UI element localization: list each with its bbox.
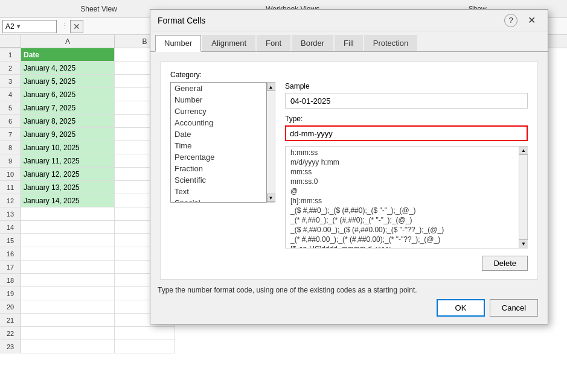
dialog-title: Format Cells bbox=[158, 16, 504, 25]
list-item[interactable]: _(* #,##0_);_(* (#,##0);_(* "-"_);_(@_) bbox=[286, 215, 519, 225]
category-item[interactable]: Currency bbox=[171, 106, 266, 117]
sample-value: 04-01-2025 bbox=[290, 96, 331, 106]
category-scrollbar: ▲ ▼ bbox=[267, 82, 275, 203]
category-item[interactable]: Fraction bbox=[171, 163, 266, 174]
category-item[interactable]: Accounting bbox=[171, 117, 266, 128]
dialog-close-button[interactable]: ✕ bbox=[522, 13, 540, 28]
format-scroll-down-icon[interactable]: ▼ bbox=[519, 239, 528, 248]
content-panels: GeneralNumberCurrencyAccountingDateTimeP… bbox=[170, 82, 528, 271]
dialog-help-button[interactable]: ? bbox=[504, 14, 517, 27]
sample-label: Sample bbox=[285, 82, 528, 90]
list-item[interactable]: @ bbox=[286, 186, 519, 196]
category-item[interactable]: General bbox=[171, 83, 266, 94]
tab-number[interactable]: Number bbox=[155, 35, 201, 52]
sample-box: 04-01-2025 bbox=[285, 93, 528, 109]
delete-button[interactable]: Delete bbox=[482, 256, 528, 271]
tab-font[interactable]: Font bbox=[257, 35, 290, 51]
tab-bar: NumberAlignmentFontBorderFillProtection bbox=[150, 31, 548, 52]
format-scrollbar: ▲ ▼ bbox=[519, 146, 528, 248]
format-description-text: Type the number format code, using one o… bbox=[158, 286, 417, 294]
category-scroll-up[interactable]: ▲ bbox=[267, 83, 275, 91]
list-item[interactable]: _($ #,##0.00_);_($ (#,##0.00);_($ "-"??_… bbox=[286, 225, 519, 235]
dialog-titlebar: Format Cells ? ✕ bbox=[150, 10, 548, 31]
tab-alignment[interactable]: Alignment bbox=[202, 35, 255, 51]
format-list-container[interactable]: h:mm:ssm/d/yyyy h:mmmm:ssmm:ss.0@[h]:mm:… bbox=[285, 146, 519, 248]
type-input-container bbox=[285, 125, 528, 141]
list-item[interactable]: mm:ss.0 bbox=[286, 177, 519, 186]
format-description: Type the number format code, using one o… bbox=[155, 286, 543, 294]
category-list[interactable]: GeneralNumberCurrencyAccountingDateTimeP… bbox=[170, 82, 267, 203]
format-list: h:mm:ssm/d/yyyy h:mmmm:ssmm:ss.0@[h]:mm:… bbox=[286, 147, 519, 248]
list-item[interactable]: [$-en-US]dddd, mmmm d, yyyy bbox=[286, 244, 519, 248]
category-item[interactable]: Percentage bbox=[171, 151, 266, 163]
category-scroll-down[interactable]: ▼ bbox=[267, 194, 275, 202]
ok-button[interactable]: OK bbox=[437, 299, 485, 317]
list-item[interactable]: _(* #,##0.00_);_(* (#,##0.00);_(* "-"??_… bbox=[286, 235, 519, 244]
cancel-button[interactable]: Cancel bbox=[490, 299, 538, 317]
list-item[interactable]: [h]:mm:ss bbox=[286, 196, 519, 206]
category-item[interactable]: Scientific bbox=[171, 174, 266, 186]
category-item[interactable]: Date bbox=[171, 128, 266, 140]
type-input[interactable] bbox=[285, 125, 528, 141]
category-item[interactable]: Number bbox=[171, 94, 266, 106]
tab-protection[interactable]: Protection bbox=[364, 35, 418, 51]
tab-border[interactable]: Border bbox=[292, 35, 333, 51]
format-scroll-up-icon[interactable]: ▲ bbox=[519, 147, 528, 155]
list-item[interactable]: mm:ss bbox=[286, 167, 519, 177]
category-item[interactable]: Text bbox=[171, 186, 266, 197]
format-cells-dialog: Format Cells ? ✕ NumberAlignmentFontBord… bbox=[150, 9, 548, 324]
list-item[interactable]: _($ #,##0_);_($ (#,##0);_($ "-"_);_(@_) bbox=[286, 206, 519, 215]
tab-fill[interactable]: Fill bbox=[335, 35, 363, 51]
category-item[interactable]: Time bbox=[171, 140, 266, 151]
right-panel: Sample 04-01-2025 Type: h:mm:ssm/d/yyyy … bbox=[275, 82, 528, 271]
category-label: Category: bbox=[170, 71, 528, 79]
category-item[interactable]: Special bbox=[171, 197, 266, 203]
category-panel: GeneralNumberCurrencyAccountingDateTimeP… bbox=[170, 82, 275, 271]
dialog-overlay: Format Cells ? ✕ NumberAlignmentFontBord… bbox=[0, 0, 567, 392]
list-item[interactable]: m/d/yyyy h:mm bbox=[286, 157, 519, 167]
list-item[interactable]: h:mm:ss bbox=[286, 148, 519, 157]
type-label: Type: bbox=[285, 115, 528, 123]
dialog-body: Category: GeneralNumberCurrencyAccountin… bbox=[160, 62, 538, 280]
